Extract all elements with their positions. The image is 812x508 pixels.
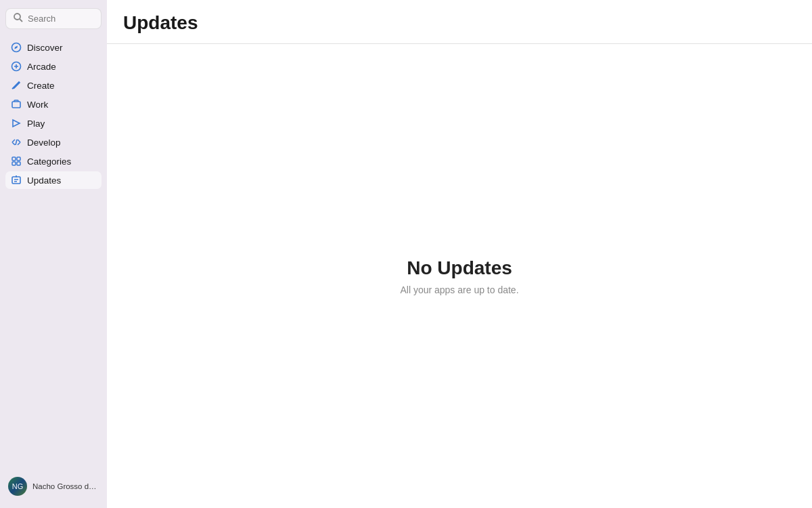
- discover-icon: [11, 42, 22, 53]
- sidebar-item-work[interactable]: Work: [5, 96, 102, 113]
- svg-rect-8: [12, 162, 16, 165]
- sidebar-item-develop[interactable]: Develop: [5, 133, 102, 151]
- svg-rect-10: [12, 177, 20, 184]
- nav-list: Discover Arcade Create: [5, 39, 102, 473]
- play-icon: [11, 118, 22, 129]
- page-title: Updates: [123, 12, 796, 34]
- search-input[interactable]: [28, 14, 94, 24]
- updates-icon: [11, 175, 22, 186]
- avatar: NG: [8, 477, 27, 496]
- sidebar-footer: NG Nacho Grosso de Dola...: [5, 473, 102, 500]
- empty-state-subtitle: All your apps are up to date.: [400, 284, 518, 295]
- sidebar-item-create[interactable]: Create: [5, 77, 102, 94]
- search-icon: [13, 12, 24, 25]
- sidebar-item-play-label: Play: [27, 119, 45, 129]
- develop-icon: [11, 137, 22, 148]
- sidebar-item-updates[interactable]: Updates: [5, 171, 102, 189]
- sidebar-item-work-label: Work: [27, 100, 48, 110]
- create-icon: [11, 80, 22, 91]
- user-name: Nacho Grosso de Dola...: [32, 482, 99, 490]
- svg-line-1: [20, 19, 22, 22]
- sidebar-item-develop-label: Develop: [27, 137, 61, 148]
- arcade-icon: [11, 61, 22, 72]
- svg-marker-3: [15, 46, 18, 49]
- sidebar-item-updates-label: Updates: [27, 175, 61, 186]
- svg-rect-5: [12, 102, 20, 108]
- sidebar: Discover Arcade Create: [0, 0, 107, 508]
- sidebar-item-play[interactable]: Play: [5, 114, 102, 132]
- sidebar-item-arcade-label: Arcade: [27, 62, 56, 72]
- categories-icon: [11, 156, 22, 167]
- sidebar-item-create-label: Create: [27, 81, 55, 91]
- sidebar-item-categories[interactable]: Categories: [5, 152, 102, 170]
- main-body: No Updates All your apps are up to date.: [107, 44, 812, 508]
- svg-point-0: [14, 14, 20, 20]
- sidebar-item-discover[interactable]: Discover: [5, 39, 102, 56]
- sidebar-item-categories-label: Categories: [27, 156, 71, 167]
- main-content: Updates No Updates All your apps are up …: [107, 0, 812, 508]
- empty-state-title: No Updates: [407, 257, 512, 279]
- sidebar-item-discover-label: Discover: [27, 43, 63, 53]
- search-box[interactable]: [5, 8, 102, 29]
- svg-rect-7: [17, 157, 20, 161]
- work-icon: [11, 99, 22, 110]
- main-header: Updates: [107, 0, 812, 44]
- svg-rect-9: [17, 162, 20, 165]
- sidebar-item-arcade[interactable]: Arcade: [5, 58, 102, 75]
- svg-rect-6: [12, 157, 16, 161]
